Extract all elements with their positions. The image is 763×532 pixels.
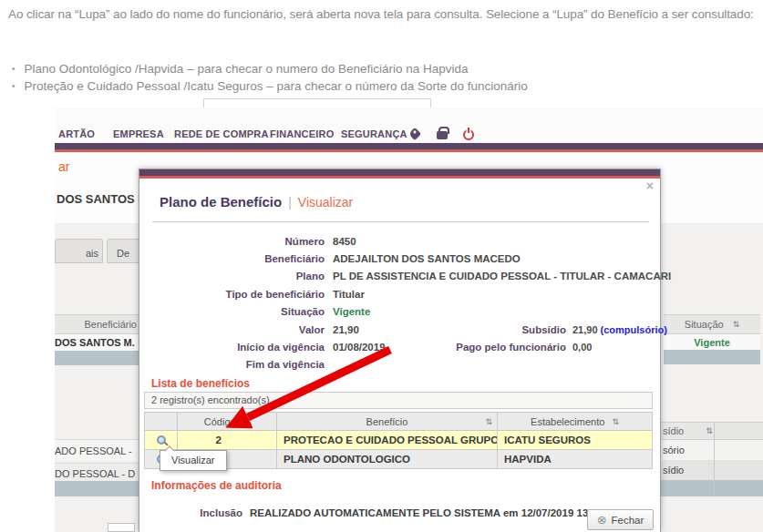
magnifier-icon[interactable] [157,435,166,445]
app-screenshot: ARTÃO EMPRESA REDE DE COMPRA FINANCEIRO … [55,107,763,532]
bg-selected-row [55,481,139,496]
bullet-item: • Plano Odontológico /Hapvida – para che… [12,60,750,77]
field-row-fim: Fim da vigência [139,356,660,373]
sort-icon[interactable]: ⇅ [243,417,251,426]
field-label-subsidio: Subsídio [413,324,566,335]
field-label-inicio: Início da vigência [139,342,333,353]
bg-column-label: Situação [685,319,724,330]
audit-label: Inclusão [139,507,242,518]
tooltip-visualizar: Visualizar [160,450,227,471]
sort-icon[interactable]: ⇅ [733,320,740,329]
instructions-paragraph: Ao clicar na “Lupa” ao lado do nome do f… [8,5,754,24]
bg-row-beneficiario: DOS SANTOS M. [55,334,139,351]
bg-selected-row [661,480,763,496]
field-label-plano: Plano [139,271,333,281]
bg-selected-row [55,351,139,365]
bg-button-fragment [108,523,135,532]
table-row[interactable]: 2 PROTECAO E CUIDADO PESSOAL GRUPO 1 MOD… [145,431,653,450]
field-row-inicio: Início da vigência 01/08/2019 Pago pelo … [139,338,660,355]
field-label-beneficiario: Beneficiário [139,253,333,264]
field-value-valor: 21,90 [333,324,359,335]
app-navbar: ARTÃO EMPRESA REDE DE COMPRA FINANCEIRO … [55,107,763,143]
cell-codigo: 2 [178,431,277,450]
field-value-plano: PL DE ASSISTENCIA E CUIDADO PESSOAL - TI… [333,271,671,281]
bullet-text: Plano Odontológico /Hapvida – para checa… [25,60,469,77]
field-row-numero: Número 8450 [139,232,660,250]
modal-titlebar: Plano de Benefício|Visualizar [160,194,353,210]
bg-row-situacao: Vigente [664,334,760,350]
bg-plan-row-1: ADO PESSOAL - [55,439,139,461]
audit-section-title: Informações de auditoria [151,479,282,492]
column-label: Benefício [366,416,408,427]
fechar-button-label: Fechar [612,515,644,526]
subsidio-amount: 21,90 [572,324,598,335]
nav-item-empresa[interactable]: EMPRESA [113,128,164,139]
title-divider [152,221,649,222]
column-header-codigo[interactable]: Código ⇅ [178,413,277,431]
modal-red-line [139,176,660,179]
records-count-bar: 2 registro(s) encontrado(s). [144,392,653,409]
nav-item-financeiro[interactable]: FINANCEIRO [270,128,334,139]
column-header-estabelecimento[interactable]: Estabelecimento ⇅ [498,413,653,431]
field-value-situacao: Vigente [333,306,370,317]
field-value-subsidio: 21,90 (compulsório) [572,324,667,335]
bg-column-label: sídio [663,425,684,436]
modal-title: Plano de Benefício [160,194,282,210]
field-row-tipo: Tipo de beneficiário Titular [139,285,660,302]
field-value-inicio: 01/08/2019 [333,342,386,353]
bullet-icon: • [12,60,15,77]
sort-icon[interactable]: ⇅ [485,417,492,426]
field-value-numero: 8450 [333,236,356,247]
audit-value: REALIZADO AUTOMATICAMENTE PELO SISTEMA e… [250,507,603,518]
column-label: Código [204,416,236,427]
row-action-cell[interactable] [145,431,178,450]
fechar-button[interactable]: ⊗ Fechar [587,509,654,530]
modal-purple-bar [139,169,660,176]
nav-item-rede-de-compra[interactable]: REDE DE COMPRA [174,128,269,139]
page: Ao clicar na “Lupa” ao lado do nome do f… [0,0,763,532]
column-header-beneficio[interactable]: Benefício ⇅ [277,413,498,431]
nav-item-cartao[interactable]: ARTÃO [58,128,95,139]
purple-bar [55,143,763,149]
bullet-list: • Plano Odontológico /Hapvida – para che… [12,60,750,95]
field-label-situacao: Situação [139,306,333,317]
bg-column-header-subsidio: sídio ⇅ [661,422,763,440]
field-row-plano: Plano PL DE ASSISTENCIA E CUIDADO PESSOA… [139,268,660,285]
field-row-beneficiario: Beneficiário ADEJAILTON DOS SANTOS MACED… [139,250,660,267]
sort-icon[interactable]: ⇅ [706,426,713,435]
field-label-fim: Fim da vigência [139,359,333,370]
field-label-pago: Pago pelo funcionário [413,342,566,353]
bg-tab-1[interactable]: ais [55,239,103,263]
title-separator: | [282,195,298,210]
subsidio-note: (compulsório) [601,324,667,335]
bg-selected-row [664,350,760,364]
lock-icon[interactable] [437,131,448,139]
field-label-numero: Número [139,236,333,247]
close-icon[interactable]: × [646,179,654,192]
bullet-text: Proteção e Cuidado Pessoal /Icatu Seguro… [25,77,528,95]
benefit-plan-modal: × Plano de Benefício|Visualizar Número 8… [139,169,661,532]
field-label-valor: Valor [139,324,333,335]
field-label-tipo: Tipo de beneficiário [139,289,333,300]
field-value-pago: 0,00 [572,342,592,353]
field-value-beneficiario: ADEJAILTON DOS SANTOS MACEDO [333,253,521,264]
bg-column-header-situacao: Situação ⇅ [664,314,760,334]
field-row-valor: Valor 21,90 Subsídio 21,90 (compulsório) [139,321,660,338]
cell-estabelecimento: HAPVIDA [498,450,653,469]
power-icon[interactable] [463,129,474,140]
field-row-situacao: Situação Vigente [139,303,660,321]
plan-fields: Número 8450 Beneficiário ADEJAILTON DOS … [139,232,660,373]
field-value-tipo: Titular [333,289,365,300]
sort-icon[interactable]: ⇅ [612,417,619,426]
column-label: Estabelecimento [531,416,604,427]
bg-column-divider [714,422,715,496]
cell-beneficio: PLANO ODONTOLOGICO [277,450,498,469]
nav-item-seguranca[interactable]: SEGURANÇA [341,128,407,139]
tag-icon[interactable] [408,128,421,140]
list-section-title: Lista de benefícios [151,377,250,390]
bullet-icon: • [12,77,15,95]
bg-column-header-beneficiario: Beneficiário [55,314,139,334]
cell-estabelecimento: ICATU SEGUROS [498,431,653,450]
modal-subtitle: Visualizar [298,195,353,210]
column-header-icon [145,413,178,431]
